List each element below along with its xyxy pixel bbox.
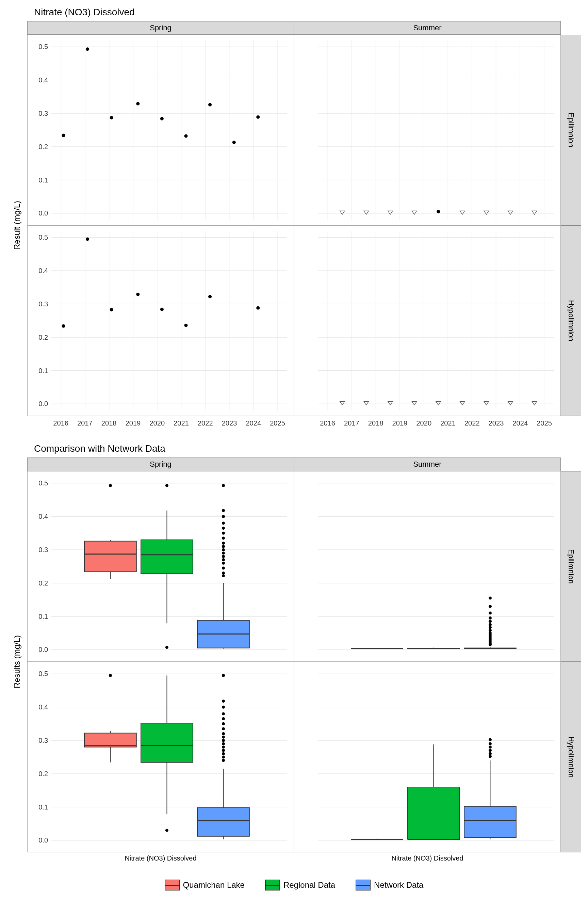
svg-text:2020: 2020 [416,419,431,427]
svg-text:2021: 2021 [440,419,456,427]
svg-point-167 [222,548,225,551]
chart-title: Nitrate (NO3) Dissolved [34,7,581,18]
svg-point-78 [61,324,65,328]
facet-col-spring: Spring [27,21,294,35]
svg-marker-50 [388,211,393,214]
svg-rect-150 [141,540,193,574]
svg-text:0.5: 0.5 [39,670,48,678]
svg-marker-108 [484,401,489,405]
legend-regional: Regional Data [265,879,335,891]
svg-point-27 [184,134,187,138]
svg-point-28 [208,103,212,107]
panel-summer-epi [294,471,561,662]
svg-text:2016: 2016 [320,419,335,427]
svg-text:0.3: 0.3 [39,110,48,117]
svg-text:0.5: 0.5 [39,43,48,51]
svg-point-29 [233,141,236,144]
x-axis: Nitrate (NO3) Dissolved Nitrate (NO3) Di… [27,852,561,866]
svg-text:0.4: 0.4 [39,76,48,84]
svg-text:0.5: 0.5 [39,234,48,241]
legend: Quamichan Lake Regional Data Network Dat… [7,879,581,891]
svg-point-245 [222,745,225,748]
y-axis-label: Result (mg/L) [7,35,27,416]
svg-point-22 [61,134,65,137]
svg-text:0.5: 0.5 [39,480,48,487]
svg-point-160 [222,515,225,518]
svg-point-26 [160,117,164,121]
svg-text:2019: 2019 [126,419,141,427]
svg-text:2019: 2019 [393,419,408,427]
svg-point-244 [222,742,225,745]
svg-text:2022: 2022 [198,419,213,427]
svg-point-80 [110,308,113,312]
svg-text:0.4: 0.4 [39,267,48,274]
svg-marker-104 [388,401,393,405]
panel-spring-epi: 0.00.10.20.30.40.5 [27,471,294,662]
svg-text:0.2: 0.2 [39,579,48,587]
svg-text:0.2: 0.2 [39,770,48,778]
svg-rect-145 [84,541,136,572]
svg-point-79 [86,237,89,241]
svg-point-153 [165,646,168,649]
svg-text:0.4: 0.4 [39,512,48,520]
svg-point-195 [489,611,492,614]
panel-summer-hypo [294,225,561,416]
svg-text:2023: 2023 [222,419,237,427]
svg-text:0.0: 0.0 [39,646,48,653]
panel-spring-hypo: 0.00.10.20.30.40.5 [27,662,294,852]
svg-point-166 [222,545,225,548]
svg-marker-106 [436,401,441,405]
svg-point-243 [222,739,225,742]
svg-point-193 [489,597,492,600]
svg-point-172 [222,566,225,569]
svg-point-207 [489,643,492,646]
svg-text:2017: 2017 [344,419,359,427]
svg-text:2024: 2024 [246,419,261,427]
svg-text:0.0: 0.0 [39,210,48,217]
svg-point-196 [489,616,492,619]
svg-text:0.0: 0.0 [39,837,48,844]
svg-point-165 [222,542,225,545]
svg-point-238 [222,717,225,720]
svg-point-174 [222,574,225,577]
svg-point-82 [160,308,164,311]
svg-marker-105 [412,401,417,405]
svg-text:0.2: 0.2 [39,334,48,341]
svg-point-163 [222,532,225,535]
facet-row-hypo: Hypolimnion [561,225,581,416]
svg-point-240 [222,727,225,730]
svg-text:0.3: 0.3 [39,300,48,308]
svg-text:2016: 2016 [53,419,68,427]
svg-point-171 [222,562,225,565]
svg-point-23 [86,47,89,51]
panel-summer-epi [294,35,561,225]
legend-quamichan: Quamichan Lake [165,879,245,891]
svg-point-25 [136,102,139,105]
svg-point-197 [489,620,492,623]
svg-text:0.1: 0.1 [39,176,48,184]
svg-marker-102 [340,401,345,405]
svg-text:2025: 2025 [270,419,285,427]
svg-point-270 [489,745,492,748]
svg-point-161 [222,522,225,525]
svg-text:2018: 2018 [368,419,383,427]
svg-text:0.1: 0.1 [39,367,48,375]
svg-point-168 [222,551,225,554]
svg-point-159 [222,509,225,512]
svg-point-234 [222,674,225,677]
svg-point-242 [222,736,225,739]
svg-point-239 [222,722,225,726]
svg-point-173 [222,572,225,575]
facet-col-summer: Summer [294,21,561,35]
svg-text:0.3: 0.3 [39,737,48,744]
panel-summer-hypo [294,662,561,852]
svg-point-147 [109,484,112,487]
svg-point-269 [489,742,492,745]
svg-point-170 [222,558,225,561]
svg-text:2020: 2020 [149,419,165,427]
y-axis-label: Results (mg/L) [7,471,27,852]
svg-text:2017: 2017 [77,419,92,427]
svg-point-84 [208,295,212,299]
boxplot-chart: Comparison with Network Data Results (mg… [7,443,581,866]
svg-point-236 [222,706,225,709]
